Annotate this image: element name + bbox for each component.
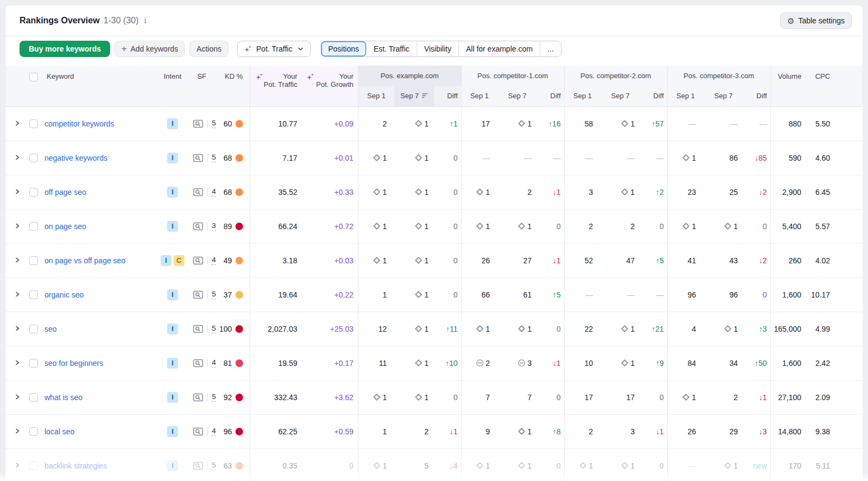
col-header-kd[interactable]: KD % [217,66,250,106]
keyword-link[interactable]: backlink strategies [44,461,107,470]
expand-row-chevron-icon[interactable] [14,428,21,434]
sf-count-link[interactable]: 4 [212,427,216,436]
col-header-intent[interactable]: Intent [158,66,187,106]
expand-row-chevron-icon[interactable] [14,188,21,195]
row-checkbox[interactable] [29,188,38,197]
expand-row-chevron-icon[interactable] [14,359,21,366]
serp-preview-button[interactable] [193,222,203,231]
intent-badge-informational[interactable]: I [167,289,178,300]
col-header-pot-traffic[interactable]: YourPot. Traffic [250,66,301,106]
info-icon[interactable]: i [144,16,146,25]
sf-count-link[interactable]: 5 [212,290,216,299]
intent-badge-commercial[interactable]: C [174,255,184,266]
sf-count-link[interactable]: 4 [212,358,216,368]
intent-badge-informational[interactable]: I [167,426,178,437]
expand-row-chevron-icon[interactable] [14,291,21,298]
row-checkbox[interactable] [29,290,38,299]
tab-est-traffic[interactable]: Est. Traffic [366,41,417,56]
tab-positions[interactable]: Positions [321,41,366,56]
serp-preview-button[interactable] [193,393,203,402]
keyword-link[interactable]: what is seo [44,393,82,402]
sub-header-sep7[interactable]: Sep 7 [704,86,743,106]
row-checkbox[interactable] [29,325,38,333]
sub-header-sep7-sorted[interactable]: Sep 7 [394,86,434,106]
sub-header-diff[interactable]: Diff [537,86,564,106]
keyword-link[interactable]: on page vs off page seo [44,256,125,265]
serp-preview-button[interactable] [193,290,203,299]
sf-count-link[interactable]: 4 [212,187,216,197]
sub-header-sep1[interactable]: Sep 1 [667,86,704,106]
col-header-keyword[interactable]: Keyword [44,66,158,106]
row-checkbox[interactable] [29,119,38,128]
serp-preview-button[interactable] [193,188,203,197]
row-checkbox[interactable] [29,154,38,162]
expand-row-chevron-icon[interactable] [14,223,21,229]
serp-preview-button[interactable] [193,325,203,333]
serp-preview-button[interactable] [193,119,203,128]
intent-badge-informational[interactable]: I [167,118,178,129]
sub-header-sep7[interactable]: Sep 7 [497,86,537,106]
sf-count-link[interactable]: 5 [212,119,216,128]
keyword-link[interactable]: seo [44,325,57,333]
row-checkbox[interactable] [29,461,38,470]
sf-count-link[interactable]: 4 [212,256,216,265]
expand-row-chevron-icon[interactable] [14,325,21,332]
keyword-link[interactable]: seo for beginners [44,359,103,368]
select-all-checkbox[interactable] [29,73,38,81]
metric-dropdown[interactable]: Pot. Traffic [237,41,311,57]
row-checkbox[interactable] [29,393,38,402]
intent-badge-informational[interactable]: I [167,324,178,334]
tab-all-for-example-com[interactable]: All for example.com [458,41,540,56]
intent-badge-informational[interactable]: I [167,221,178,232]
expand-row-chevron-icon[interactable] [14,120,21,126]
add-keywords-button[interactable]: + Add keywords [114,41,185,57]
actions-button[interactable]: Actions [189,41,228,57]
keyword-link[interactable]: local seo [44,427,74,436]
sub-header-diff[interactable]: Diff [743,86,770,106]
col-header-volume[interactable]: Volume [770,66,801,106]
col-header-pot-growth[interactable]: YourPot. Growth [301,66,358,106]
sub-header-diff[interactable]: Diff [640,86,667,106]
expand-row-chevron-icon[interactable] [14,462,21,469]
intent-badge-informational[interactable]: I [167,187,178,198]
intent-badge-informational[interactable]: I [167,153,178,163]
tab-visibility[interactable]: Visibility [417,41,458,56]
sf-count-link[interactable]: 5 [212,393,216,402]
table-settings-button[interactable]: ⚙ Table settings [780,12,852,29]
col-header-cpc[interactable]: CPC [801,66,830,106]
sf-count-link[interactable]: 5 [212,153,216,162]
intent-badge-informational[interactable]: I [167,392,178,403]
intent-badge-informational[interactable]: I [167,460,178,471]
row-checkbox[interactable] [29,359,38,368]
row-checkbox[interactable] [29,222,38,231]
keyword-link[interactable]: off page seo [44,188,86,197]
tab-more[interactable]: ... [540,41,561,56]
sub-header-sep1[interactable]: Sep 1 [358,86,394,106]
intent-badge-informational[interactable]: I [167,358,178,369]
serp-preview-button[interactable] [193,427,203,436]
sub-header-sep7[interactable]: Sep 7 [601,86,640,106]
expand-row-chevron-icon[interactable] [14,257,21,263]
expand-row-chevron-icon[interactable] [14,394,21,400]
sf-count-link[interactable]: 5 [212,324,216,333]
sf-count-link[interactable]: 5 [212,461,216,470]
sub-header-sep1[interactable]: Sep 1 [564,86,601,106]
keyword-link[interactable]: competitor keywords [44,119,114,128]
sub-header-sep1[interactable]: Sep 1 [461,86,497,106]
keyword-link[interactable]: organic seo [44,290,84,299]
col-header-sf[interactable]: SF [187,66,217,106]
divider [207,393,208,401]
sub-header-diff[interactable]: Diff [434,86,461,106]
expand-row-chevron-icon[interactable] [14,154,21,161]
serp-preview-button[interactable] [193,154,203,162]
keyword-link[interactable]: on page seo [44,222,86,231]
row-checkbox[interactable] [29,427,38,436]
sf-count-link[interactable]: 3 [212,221,216,231]
row-checkbox[interactable] [29,256,38,265]
serp-preview-button[interactable] [193,461,203,470]
buy-more-keywords-button[interactable]: Buy more keywords [20,41,110,57]
serp-preview-button[interactable] [193,256,203,265]
keyword-link[interactable]: negative keywords [44,154,107,162]
serp-preview-button[interactable] [193,359,203,368]
intent-badge-informational[interactable]: I [161,255,171,266]
